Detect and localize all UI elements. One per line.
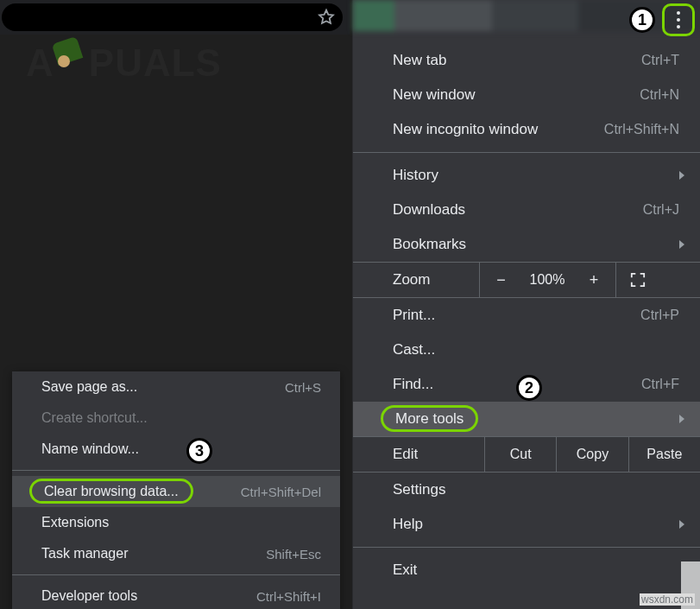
zoom-in-button[interactable]: + bbox=[572, 271, 615, 289]
menu-item-print[interactable]: Print... Ctrl+P bbox=[353, 298, 700, 333]
more-options-button[interactable] bbox=[662, 3, 695, 36]
menu-item-shortcut: Ctrl+N bbox=[640, 87, 679, 103]
edit-copy-button[interactable]: Copy bbox=[556, 437, 627, 472]
menu-item-label: Cast... bbox=[393, 341, 679, 358]
bookmark-star-icon[interactable] bbox=[317, 8, 336, 27]
fullscreen-icon bbox=[630, 272, 646, 288]
menu-item-shortcut: Ctrl+S bbox=[285, 380, 321, 395]
menu-edit-row: Edit Cut Copy Paste bbox=[353, 436, 700, 473]
menu-item-new-incognito[interactable]: New incognito window Ctrl+Shift+N bbox=[353, 112, 700, 147]
callout-badge-2: 2 bbox=[516, 375, 542, 401]
submenu-item-save-page[interactable]: Save page as... Ctrl+S bbox=[12, 371, 340, 403]
fullscreen-button[interactable] bbox=[615, 263, 659, 297]
menu-item-label: Help bbox=[393, 516, 679, 533]
edit-cut-button[interactable]: Cut bbox=[484, 437, 556, 472]
menu-item-more-tools[interactable]: More tools bbox=[353, 402, 700, 436]
submenu-item-extensions[interactable]: Extensions bbox=[12, 507, 340, 538]
submenu-item-task-manager[interactable]: Task manager Shift+Esc bbox=[12, 538, 340, 569]
kebab-icon bbox=[677, 11, 680, 15]
menu-item-shortcut: Ctrl+Shift+Del bbox=[241, 485, 321, 499]
menu-item-label: Clear browsing data... bbox=[41, 484, 241, 499]
menu-item-label: Create shortcut... bbox=[41, 410, 321, 426]
menu-item-new-window[interactable]: New window Ctrl+N bbox=[353, 78, 700, 112]
address-bar-area bbox=[0, 0, 350, 35]
omnibox-right[interactable] bbox=[2, 3, 343, 31]
menu-item-label: Settings bbox=[393, 481, 679, 498]
menu-item-label: New incognito window bbox=[393, 121, 604, 138]
chevron-right-icon bbox=[679, 520, 684, 529]
highlight-callout: Clear browsing data... bbox=[29, 479, 193, 504]
edit-label: Edit bbox=[393, 446, 484, 463]
callout-badge-3: 3 bbox=[186, 438, 212, 464]
callout-badge-1: 1 bbox=[629, 7, 655, 33]
kebab-icon bbox=[677, 25, 680, 29]
menu-item-shortcut: Shift+Esc bbox=[266, 547, 321, 561]
menu-item-label: Downloads bbox=[393, 201, 643, 219]
menu-item-label: New tab bbox=[393, 52, 641, 69]
menu-item-exit[interactable]: Exit bbox=[353, 553, 700, 587]
submenu-item-clear-browsing-data[interactable]: Clear browsing data... Ctrl+Shift+Del bbox=[12, 476, 340, 507]
logo-letters-rest: PUALS bbox=[89, 41, 222, 85]
submenu-item-name-window[interactable]: Name window... bbox=[12, 434, 340, 465]
menu-item-label: Exit bbox=[393, 561, 679, 579]
logo-letter-a: A bbox=[26, 41, 54, 85]
menu-item-cast[interactable]: Cast... bbox=[353, 333, 700, 367]
menu-item-label: Print... bbox=[393, 307, 640, 324]
menu-item-downloads[interactable]: Downloads Ctrl+J bbox=[353, 193, 700, 227]
menu-item-shortcut: Ctrl+T bbox=[641, 53, 679, 68]
chevron-right-icon bbox=[679, 240, 684, 249]
menu-item-settings[interactable]: Settings bbox=[353, 473, 700, 507]
highlight-callout: More tools bbox=[381, 405, 478, 432]
menu-item-bookmarks[interactable]: Bookmarks bbox=[353, 227, 700, 262]
menu-item-label: New window bbox=[393, 86, 640, 104]
logo-face-icon bbox=[58, 55, 70, 67]
menu-item-shortcut: Ctrl+J bbox=[643, 202, 679, 218]
menu-item-shortcut: Ctrl+F bbox=[641, 377, 679, 392]
menu-item-label: Save page as... bbox=[41, 379, 285, 395]
menu-item-label: Task manager bbox=[41, 546, 266, 561]
menu-item-label: History bbox=[393, 167, 679, 184]
menu-item-label: Developer tools bbox=[41, 588, 256, 604]
chevron-right-icon bbox=[679, 171, 684, 180]
watermark-text: wsxdn.com bbox=[640, 593, 695, 606]
submenu-item-create-shortcut[interactable]: Create shortcut... bbox=[12, 403, 340, 434]
zoom-percent: 100% bbox=[522, 272, 572, 288]
menu-zoom-row: Zoom − 100% + bbox=[353, 262, 700, 298]
menu-item-help[interactable]: Help bbox=[353, 507, 700, 542]
menu-item-history[interactable]: History bbox=[353, 158, 700, 193]
menu-item-label: Extensions bbox=[41, 515, 321, 530]
menu-separator bbox=[353, 547, 700, 548]
submenu-item-developer-tools[interactable]: Developer tools Ctrl+Shift+I bbox=[12, 580, 340, 609]
chrome-main-menu: New tab Ctrl+T New window Ctrl+N New inc… bbox=[352, 0, 700, 609]
menu-separator bbox=[12, 574, 340, 575]
menu-item-label: Name window... bbox=[41, 441, 321, 457]
chevron-right-icon bbox=[679, 415, 684, 423]
menu-item-shortcut: Ctrl+Shift+I bbox=[256, 589, 321, 604]
edit-paste-button[interactable]: Paste bbox=[628, 437, 700, 472]
menu-separator bbox=[353, 152, 700, 153]
more-tools-submenu: Save page as... Ctrl+S Create shortcut..… bbox=[12, 371, 340, 609]
menu-item-label: More tools bbox=[393, 410, 679, 428]
zoom-label: Zoom bbox=[393, 271, 479, 289]
kebab-icon bbox=[677, 18, 680, 22]
menu-separator bbox=[12, 470, 340, 471]
menu-item-label: Bookmarks bbox=[393, 236, 679, 253]
menu-item-shortcut: Ctrl+Shift+N bbox=[604, 122, 679, 137]
menu-item-new-tab[interactable]: New tab Ctrl+T bbox=[353, 43, 700, 78]
menu-item-shortcut: Ctrl+P bbox=[640, 308, 679, 323]
zoom-out-button[interactable]: − bbox=[479, 263, 522, 297]
page-logo: A PUALS bbox=[26, 41, 222, 85]
